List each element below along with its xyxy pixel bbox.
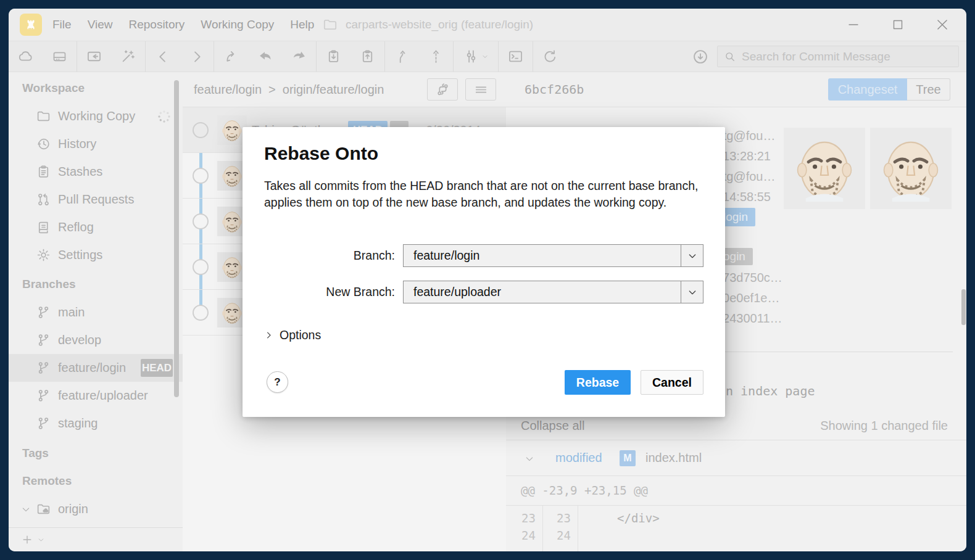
diff-view: 23 23 </div> 24 24 xyxy=(506,506,966,551)
sidebar-header-remotes: Remotes xyxy=(22,474,72,488)
list-options-button[interactable] xyxy=(465,78,496,101)
branch-icon xyxy=(36,360,51,376)
compare-branches-button[interactable] xyxy=(427,78,458,101)
sidebar-item-reflog[interactable]: Reflog xyxy=(9,213,183,241)
branch-select-value: feature/login xyxy=(404,249,681,263)
options-disclosure[interactable]: Options xyxy=(264,328,321,342)
tree-tab[interactable]: Tree xyxy=(907,78,950,101)
stashes-clipboard-icon xyxy=(36,164,51,179)
stash-button[interactable] xyxy=(317,41,351,72)
sidebar-item-branch-staging[interactable]: staging xyxy=(9,410,183,437)
tower-app-icon xyxy=(20,14,42,36)
commit-hash: 6bcf266b xyxy=(525,72,584,107)
undo-button[interactable] xyxy=(248,41,282,72)
breadcrumb-separator: > xyxy=(268,83,276,97)
branch-icon xyxy=(36,388,51,403)
branch-select[interactable]: feature/login xyxy=(403,244,703,267)
new-branch-select-value: feature/uploader xyxy=(404,285,681,299)
plus-icon xyxy=(21,533,33,546)
chevron-right-icon xyxy=(264,331,273,340)
sidebar-item-remote-origin[interactable]: origin xyxy=(9,495,183,523)
sidebar-add-button[interactable] xyxy=(9,527,183,551)
code-text: </div> xyxy=(617,509,660,527)
detail-scrollbar[interactable] xyxy=(961,289,966,325)
rebase-dialog: Rebase Onto Takes all commits from the H… xyxy=(243,127,725,417)
menu-view[interactable]: View xyxy=(80,9,121,41)
chevron-down-icon[interactable] xyxy=(681,245,703,266)
parent-hash[interactable]: 92430011… xyxy=(716,311,782,326)
chevron-down-icon[interactable] xyxy=(21,504,31,514)
close-button[interactable] xyxy=(928,9,956,41)
dialog-description: Takes all commits from the HEAD branch t… xyxy=(264,178,703,211)
history-clock-icon xyxy=(36,136,51,152)
parent-hash[interactable]: 073d750c… xyxy=(716,271,782,285)
branch-label: Branch: xyxy=(243,249,395,263)
sidebar-item-working-copy[interactable]: Working Copy xyxy=(9,102,183,130)
app-window: File View Repository Working Copy Help c… xyxy=(9,9,966,551)
stash-pop-button[interactable] xyxy=(351,41,384,72)
search-placeholder: Search for Commit Message xyxy=(742,50,890,64)
branch-icon xyxy=(36,332,51,348)
local-repos-button[interactable] xyxy=(43,41,77,72)
fetch-button[interactable] xyxy=(683,41,717,72)
commit-graph-node xyxy=(193,305,209,321)
changed-files-summary: Showing 1 changed file xyxy=(820,412,948,440)
checkout-button[interactable] xyxy=(214,41,248,72)
menu-repository[interactable]: Repository xyxy=(120,9,193,41)
refresh-button[interactable] xyxy=(533,41,567,72)
commit-search-input[interactable]: Search for Commit Message xyxy=(717,46,959,67)
maximize-button[interactable] xyxy=(884,9,912,41)
branch-breadcrumb[interactable]: feature/login > origin/feature/login xyxy=(194,72,384,107)
sidebar-item-stashes[interactable]: Stashes xyxy=(9,158,183,186)
sidebar-item-branch-feature-login[interactable]: feature/login HEAD xyxy=(9,354,183,382)
head-badge: HEAD xyxy=(141,359,173,377)
sidebar-item-branch-develop[interactable]: develop xyxy=(9,326,183,354)
chevron-down-icon[interactable] xyxy=(681,281,703,303)
open-repo-button[interactable] xyxy=(77,41,111,72)
forward-button[interactable] xyxy=(180,41,214,72)
back-button[interactable] xyxy=(146,41,180,72)
cloud-services-button[interactable] xyxy=(9,41,43,72)
chevron-down-icon xyxy=(481,53,489,60)
terminal-button[interactable] xyxy=(499,41,533,72)
changeset-tab[interactable]: Changeset xyxy=(828,78,907,101)
breadcrumb-current-branch[interactable]: feature/login xyxy=(194,83,262,97)
menu-help[interactable]: Help xyxy=(282,9,322,41)
window-title-text: carparts-website_orig (feature/login) xyxy=(346,18,533,31)
file-name: index.html xyxy=(645,440,702,476)
pull-button[interactable] xyxy=(385,41,419,72)
remote-folder-icon xyxy=(36,501,51,517)
rebase-button[interactable]: Rebase xyxy=(565,370,631,395)
sidebar-item-branch-feature-uploader[interactable]: feature/uploader xyxy=(9,382,183,410)
dialog-title: Rebase Onto xyxy=(264,143,378,164)
help-button[interactable]: ? xyxy=(267,371,288,393)
minimize-button[interactable] xyxy=(839,9,868,41)
window-controls xyxy=(839,9,956,41)
sidebar-item-pull-requests[interactable]: Pull Requests xyxy=(9,186,183,213)
committer-avatar xyxy=(870,128,952,209)
sidebar-item-branch-main[interactable]: main xyxy=(9,299,183,326)
pull-request-icon xyxy=(36,192,51,207)
sidebar-scrollbar[interactable] xyxy=(174,80,179,397)
folder-icon xyxy=(36,109,51,124)
cancel-button[interactable]: Cancel xyxy=(641,370,703,395)
redo-button[interactable] xyxy=(282,41,316,72)
chevron-down-icon[interactable] xyxy=(525,454,534,464)
menu-file[interactable]: File xyxy=(44,9,80,41)
reflog-book-icon xyxy=(36,220,51,235)
detail-header: 6bcf266b Changeset Tree xyxy=(506,72,966,107)
sidebar-header-branches: Branches xyxy=(22,278,76,291)
sidebar-item-history[interactable]: History xyxy=(9,130,183,158)
quick-actions-button[interactable] xyxy=(111,41,145,72)
push-button[interactable] xyxy=(419,41,453,72)
new-branch-select[interactable]: feature/uploader xyxy=(403,281,703,303)
options-label: Options xyxy=(280,328,321,342)
sidebar-item-settings[interactable]: Settings xyxy=(9,241,183,269)
breadcrumb-upstream-branch[interactable]: origin/feature/login xyxy=(283,83,384,97)
menu-working-copy[interactable]: Working Copy xyxy=(193,9,282,41)
changed-file-row[interactable]: modified M index.html xyxy=(506,440,966,476)
commit-graph-node xyxy=(193,213,209,229)
chevron-down-icon xyxy=(37,536,45,544)
parent-hash[interactable]: 20e0ef1e… xyxy=(716,291,779,305)
branch-actions-button[interactable] xyxy=(454,41,498,72)
